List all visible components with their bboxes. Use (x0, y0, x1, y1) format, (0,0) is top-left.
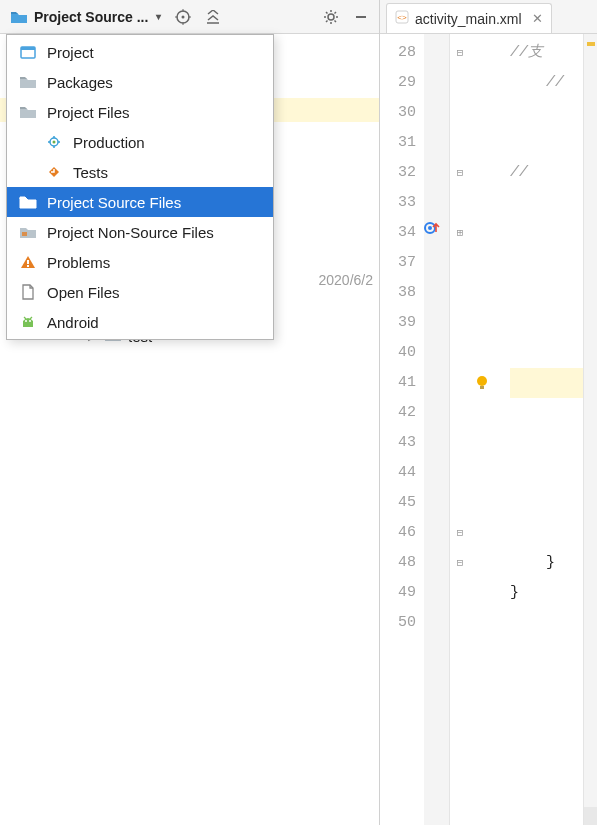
fold-toggle (450, 608, 470, 638)
fold-toggle[interactable]: ⊟ (450, 518, 470, 548)
fold-toggle[interactable]: ⊟ (450, 548, 470, 578)
svg-line-13 (335, 20, 337, 22)
gear-icon[interactable] (317, 3, 345, 31)
fold-gutter[interactable]: ⊟⊟⊞⊟⊟ (450, 34, 470, 825)
code-line[interactable] (510, 488, 583, 518)
collapse-all-icon[interactable] (199, 3, 227, 31)
line-number: 42 (380, 398, 416, 428)
code-line[interactable] (510, 368, 583, 398)
code-line[interactable] (510, 428, 583, 458)
dropdown-item-android[interactable]: Android (7, 307, 273, 337)
svg-text:<>: <> (397, 13, 407, 22)
code-line[interactable] (510, 338, 583, 368)
fold-toggle[interactable]: ⊞ (450, 218, 470, 248)
line-number-gutter: 2829303132333437383940414243444546484950 (380, 34, 424, 825)
svg-point-33 (477, 376, 487, 386)
gutter-mark (424, 398, 449, 428)
error-stripe[interactable] (583, 34, 597, 825)
folder-nonsrc-icon (19, 223, 37, 241)
minimize-icon[interactable] (347, 3, 375, 31)
code-line[interactable]: } (510, 548, 583, 578)
code-area[interactable]: //支 // we // //加// we web1 web1 }); }} (470, 34, 583, 825)
dropdown-item-project-files[interactable]: Project Files (7, 97, 273, 127)
code-line[interactable]: // we (510, 158, 583, 188)
fold-toggle (450, 338, 470, 368)
folder-icon (19, 103, 37, 121)
locate-icon[interactable] (169, 3, 197, 31)
dropdown-item-label: Open Files (47, 284, 120, 301)
close-icon[interactable]: ✕ (528, 11, 543, 26)
lightbulb-icon[interactable] (474, 374, 492, 392)
svg-point-1 (182, 15, 185, 18)
svg-rect-18 (21, 47, 35, 50)
gutter-mark (424, 458, 449, 488)
stripe-marker[interactable] (587, 42, 595, 46)
tests-icon (45, 163, 63, 181)
code-line[interactable] (510, 278, 583, 308)
dropdown-item-project-source-files[interactable]: Project Source Files (7, 187, 273, 217)
line-highlight (510, 368, 583, 398)
fold-toggle (450, 188, 470, 218)
code-line[interactable] (510, 608, 583, 638)
svg-line-12 (326, 12, 328, 14)
dropdown-item-label: Project Non-Source Files (47, 224, 214, 241)
fold-toggle (450, 128, 470, 158)
gutter-mark (424, 548, 449, 578)
fold-toggle[interactable]: ⊟ (450, 158, 470, 188)
xml-file-icon: <> (395, 10, 409, 27)
line-number: 40 (380, 338, 416, 368)
tab-activity-main[interactable]: <> activity_main.xml ✕ (386, 3, 552, 33)
svg-point-25 (25, 320, 27, 322)
dropdown-item-label: Packages (47, 74, 113, 91)
line-number: 46 (380, 518, 416, 548)
dropdown-item-project-non-source-files[interactable]: Project Non-Source Files (7, 217, 273, 247)
fold-toggle[interactable]: ⊟ (450, 38, 470, 68)
fold-toggle (450, 278, 470, 308)
dropdown-item-label: Project Source Files (47, 194, 181, 211)
dropdown-item-problems[interactable]: Problems (7, 247, 273, 277)
fold-toggle (450, 428, 470, 458)
folder-icon (19, 193, 37, 211)
dropdown-item-packages[interactable]: Packages (7, 67, 273, 97)
code-line[interactable]: web1 (510, 188, 583, 218)
code-line[interactable] (510, 458, 583, 488)
code-line[interactable]: }); (510, 518, 583, 548)
code-line[interactable]: web1 (510, 218, 583, 248)
gutter-mark (424, 338, 449, 368)
warning-icon (19, 253, 37, 271)
gutter-mark (424, 218, 449, 248)
line-number: 45 (380, 488, 416, 518)
production-icon (45, 133, 63, 151)
dropdown-item-open-files[interactable]: Open Files (7, 277, 273, 307)
line-number: 28 (380, 38, 416, 68)
dropdown-item-production[interactable]: Production (7, 127, 273, 157)
project-view-selector[interactable]: Project Source ... ▾ (4, 3, 167, 31)
dropdown-item-label: Production (73, 134, 145, 151)
code-line[interactable]: // (510, 98, 583, 128)
svg-point-32 (428, 226, 432, 230)
fold-toggle (450, 488, 470, 518)
code-editor[interactable]: 2829303132333437383940414243444546484950… (380, 34, 597, 825)
code-line[interactable]: // we (510, 68, 583, 98)
code-line[interactable]: } (510, 578, 583, 608)
line-number: 44 (380, 458, 416, 488)
code-line[interactable] (510, 398, 583, 428)
code-line[interactable]: //支 (510, 38, 583, 68)
dropdown-item-tests[interactable]: Tests (7, 157, 273, 187)
code-line[interactable]: //加 (510, 128, 583, 158)
svg-line-14 (326, 20, 328, 22)
line-number: 38 (380, 278, 416, 308)
line-number: 37 (380, 248, 416, 278)
line-number: 50 (380, 608, 416, 638)
project-view-dropdown: ProjectPackagesProject FilesProductionTe… (6, 34, 274, 340)
code-line[interactable] (510, 308, 583, 338)
line-number: 43 (380, 428, 416, 458)
code-line[interactable] (510, 248, 583, 278)
gutter-mark (424, 248, 449, 278)
dropdown-item-project[interactable]: Project (7, 37, 273, 67)
breakpoint-icon[interactable] (424, 220, 440, 236)
dropdown-item-label: Android (47, 314, 99, 331)
svg-rect-34 (480, 386, 484, 389)
gutter-mark (424, 158, 449, 188)
line-number: 41 (380, 368, 416, 398)
